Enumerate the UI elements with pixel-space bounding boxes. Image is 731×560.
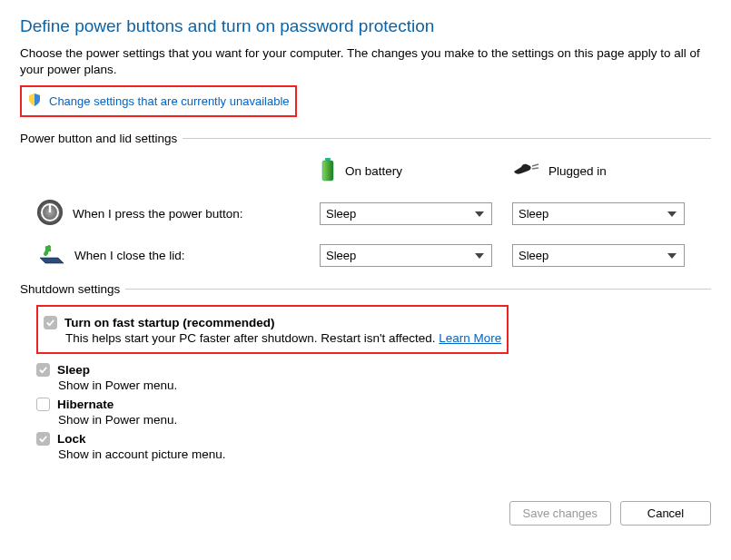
- option-fast-startup-label: Turn on fast startup (recommended): [64, 316, 275, 329]
- button-row: Save changes Cancel: [20, 501, 711, 526]
- shield-icon: [27, 93, 42, 110]
- option-fast-startup-sub: This helps start your PC faster after sh…: [65, 331, 439, 345]
- option-lock: Lock Show in account picture menu.: [36, 432, 711, 461]
- fieldset-power-button-lid: Power button and lid settings On battery: [20, 132, 711, 275]
- row-power-button: When I press the power button:: [36, 199, 309, 229]
- checkbox-sleep[interactable]: [36, 363, 50, 377]
- column-plugged-in: Plugged in: [512, 162, 694, 180]
- save-changes-button[interactable]: Save changes: [509, 501, 611, 526]
- highlight-fast-startup: Turn on fast startup (recommended) This …: [36, 305, 509, 354]
- column-on-battery: On battery: [320, 158, 501, 184]
- option-fast-startup: Turn on fast startup (recommended) This …: [44, 316, 501, 345]
- svg-rect-0: [325, 158, 331, 161]
- option-hibernate-sub: Show in Power menu.: [58, 413, 711, 427]
- column-plugged-in-label: Plugged in: [548, 164, 607, 178]
- fieldset-shutdown-settings: Shutdown settings Turn on fast startup (…: [20, 282, 711, 465]
- cancel-button[interactable]: Cancel: [620, 501, 711, 526]
- page-description: Choose the power settings that you want …: [20, 45, 711, 78]
- lid-icon: [36, 243, 65, 268]
- legend-power-button-lid: Power button and lid settings: [20, 132, 183, 145]
- svg-line-2: [532, 164, 538, 166]
- option-sleep-sub: Show in Power menu.: [58, 378, 711, 392]
- column-on-battery-label: On battery: [345, 164, 402, 178]
- svg-line-3: [532, 168, 538, 169]
- highlight-change-settings: Change settings that are currently unava…: [20, 85, 297, 117]
- option-hibernate-label: Hibernate: [57, 398, 114, 411]
- select-lid-battery[interactable]: Sleep: [320, 244, 492, 267]
- battery-icon: [320, 158, 336, 184]
- checkbox-hibernate[interactable]: [36, 398, 50, 411]
- option-lock-label: Lock: [57, 432, 86, 446]
- option-sleep-label: Sleep: [57, 363, 90, 377]
- checkbox-lock[interactable]: [36, 432, 50, 446]
- svg-rect-1: [322, 161, 333, 181]
- option-hibernate: Hibernate Show in Power menu.: [36, 398, 711, 427]
- option-lock-sub: Show in account picture menu.: [58, 447, 711, 461]
- plug-icon: [512, 162, 539, 180]
- select-power-battery[interactable]: Sleep: [320, 202, 492, 225]
- select-power-plugged[interactable]: Sleep: [512, 202, 685, 225]
- row-close-lid-label: When I close the lid:: [74, 249, 185, 262]
- row-power-button-label: When I press the power button:: [73, 207, 243, 221]
- page-title: Define power buttons and turn on passwor…: [20, 16, 711, 36]
- checkbox-fast-startup[interactable]: [44, 316, 57, 329]
- row-close-lid: When I close the lid:: [36, 243, 309, 268]
- select-lid-plugged[interactable]: Sleep: [512, 244, 685, 267]
- learn-more-link[interactable]: Learn More: [439, 331, 501, 345]
- option-sleep: Sleep Show in Power menu.: [36, 363, 711, 392]
- power-button-icon: [36, 199, 64, 229]
- legend-shutdown-settings: Shutdown settings: [20, 282, 125, 296]
- change-settings-link[interactable]: Change settings that are currently unava…: [49, 94, 290, 108]
